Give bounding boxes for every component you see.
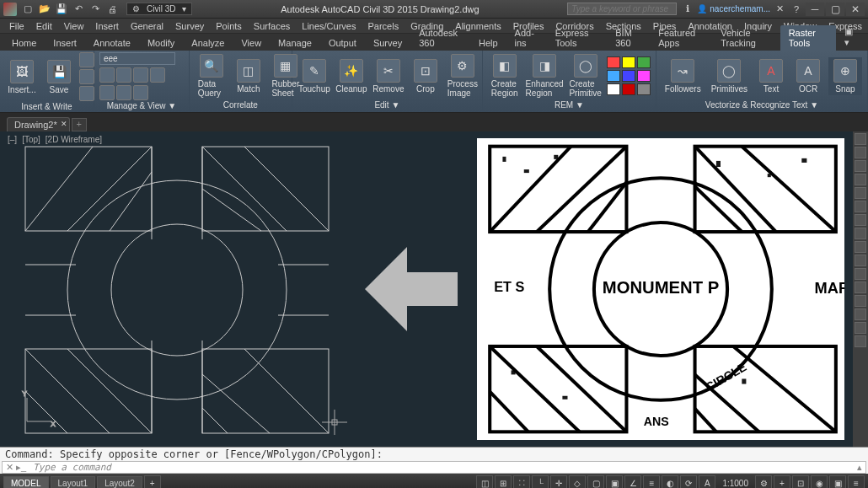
steering-wheel-icon[interactable]	[855, 201, 866, 212]
otrack-icon[interactable]: ∠	[624, 475, 641, 488]
tab-output[interactable]: Output	[320, 35, 365, 51]
close-tab-icon[interactable]: ✕	[61, 120, 67, 128]
tab-addins[interactable]: Add-ins	[506, 25, 547, 51]
minimize-button[interactable]: ─	[806, 3, 824, 16]
snap-button[interactable]: ⊕Snap	[828, 57, 862, 95]
tab-analyze[interactable]: Analyze	[183, 35, 233, 51]
menu-insert[interactable]: Insert	[89, 19, 125, 33]
tab-raster-tools[interactable]: Raster Tools	[780, 25, 836, 51]
save-button[interactable]: 💾Save	[42, 58, 76, 96]
orbit-icon[interactable]	[855, 187, 866, 199]
scale-label[interactable]: 1:1000	[717, 479, 753, 488]
grid-icon[interactable]: ⊞	[495, 475, 512, 488]
transparency-icon[interactable]: ◐	[662, 475, 678, 488]
enhanced-region-button[interactable]: ◨Enhanced Region	[525, 52, 565, 99]
primitives-button[interactable]: ◯Primitives	[708, 57, 751, 95]
tab-express-tools[interactable]: Express Tools	[547, 25, 608, 51]
crop-button[interactable]: ⊡Crop	[409, 57, 442, 95]
lineweight-icon[interactable]: ≡	[643, 475, 660, 488]
undo-icon[interactable]: ↶	[71, 2, 86, 17]
swatch-cyan[interactable]	[607, 70, 620, 82]
navbar-icon[interactable]	[855, 268, 866, 280]
match-button[interactable]: ◫Match	[232, 57, 265, 95]
help-icon[interactable]: ?	[789, 2, 804, 17]
layout2-tab[interactable]: Layout2	[97, 476, 142, 489]
info-icon[interactable]	[133, 85, 148, 100]
tab-annotate[interactable]: Annotate	[85, 35, 139, 51]
tab-insert[interactable]: Insert	[45, 35, 85, 51]
isolate-objects-icon[interactable]: ◉	[811, 475, 828, 488]
swatch-magenta[interactable]	[637, 70, 651, 82]
customization-icon[interactable]: ≡	[848, 475, 865, 488]
tab-view[interactable]: View	[233, 35, 270, 51]
swatch-white[interactable]	[607, 83, 620, 95]
print-icon[interactable]: 🖨	[104, 2, 120, 17]
close-button[interactable]: ✕	[846, 3, 865, 16]
navbar-icon[interactable]	[855, 228, 866, 239]
hardware-accel-icon[interactable]: ⊡	[792, 475, 809, 488]
3dosnap-icon[interactable]: ▣	[606, 475, 623, 488]
transparency-icon[interactable]	[116, 85, 131, 100]
options-icon[interactable]	[79, 86, 94, 101]
ocr-button[interactable]: AOCR	[791, 57, 825, 95]
hide-image-icon[interactable]	[116, 67, 131, 83]
osnap-icon[interactable]: ▢	[587, 475, 604, 488]
menu-lines-curves[interactable]: Lines/Curves	[296, 19, 362, 33]
navbar-icon[interactable]	[855, 322, 866, 334]
new-tab-button[interactable]: +	[72, 118, 87, 131]
new-image-icon[interactable]	[79, 52, 94, 67]
tab-help[interactable]: Help	[470, 35, 506, 51]
exchange-icon[interactable]: ✕	[772, 2, 787, 17]
frame-icon[interactable]	[150, 67, 165, 83]
cleanup-button[interactable]: ✨Cleanup	[335, 57, 368, 95]
workspace-dropdown[interactable]: ⚙ Civil 3D ▾	[126, 3, 192, 15]
menu-survey[interactable]: Survey	[169, 19, 210, 33]
open-icon[interactable]: 📂	[37, 2, 52, 17]
navbar-icon[interactable]	[855, 282, 866, 293]
export-icon[interactable]	[79, 69, 94, 84]
panel-title[interactable]: Manage & View ▼	[99, 100, 184, 111]
navbar-icon[interactable]	[855, 295, 866, 307]
signed-in-user[interactable]: 👤 nacerchemam...	[697, 4, 770, 13]
menu-surfaces[interactable]: Surfaces	[248, 19, 296, 33]
followers-button[interactable]: ↝Followers	[662, 57, 705, 95]
menu-points[interactable]: Points	[210, 19, 248, 33]
swatch-yellow[interactable]	[622, 56, 635, 68]
navbar-icon[interactable]	[855, 255, 866, 266]
save-icon[interactable]: 💾	[54, 2, 69, 17]
help-search-input[interactable]	[567, 3, 677, 15]
model-space-icon[interactable]: ◫	[476, 475, 493, 488]
navbar-icon[interactable]	[855, 241, 866, 253]
panel-title[interactable]: Vectorize & Recognize Text ▼	[662, 99, 862, 110]
panel-title[interactable]: Edit ▼	[297, 99, 477, 110]
image-dropdown[interactable]	[99, 52, 175, 65]
command-line[interactable]: ✕ ▸_ Type a command ▴	[2, 461, 866, 474]
viewcube-icon[interactable]	[855, 133, 866, 145]
panel-title[interactable]: REM ▼	[488, 99, 651, 110]
swatch-blue[interactable]	[622, 70, 635, 82]
tab-featured-apps[interactable]: Featured Apps	[650, 25, 712, 51]
touchup-button[interactable]: ✎Touchup	[297, 57, 331, 95]
pan-icon[interactable]	[855, 160, 866, 172]
annotation-scale-icon[interactable]: A	[699, 475, 715, 488]
maximize-button[interactable]: ▢	[826, 3, 844, 16]
zoom-icon[interactable]	[855, 174, 866, 185]
menu-edit[interactable]: Edit	[30, 19, 58, 33]
swatch-green[interactable]	[637, 56, 651, 68]
workspace-switch-icon[interactable]: ⚙	[755, 475, 772, 488]
insert-button[interactable]: 🖼Insert...	[5, 58, 39, 96]
isodraft-icon[interactable]: ◇	[569, 475, 586, 488]
swatch-red2[interactable]	[622, 83, 635, 95]
data-query-button[interactable]: 🔍Data Query	[195, 52, 228, 99]
selection-cycling-icon[interactable]: ⟳	[680, 475, 697, 488]
ortho-icon[interactable]: └	[532, 475, 549, 488]
layout1-tab[interactable]: Layout1	[51, 476, 96, 489]
infocenter-icon[interactable]: ℹ	[680, 2, 695, 17]
swatch-gray[interactable]	[637, 83, 651, 95]
navbar-icon[interactable]	[855, 335, 866, 347]
text-button[interactable]: AText	[754, 57, 788, 95]
tab-autodesk360[interactable]: Autodesk 360	[410, 25, 470, 51]
app-logo[interactable]	[3, 3, 17, 16]
clean-screen-icon[interactable]: ▣	[829, 475, 846, 488]
create-primitive-button[interactable]: ◯Create Primitive	[567, 52, 603, 99]
